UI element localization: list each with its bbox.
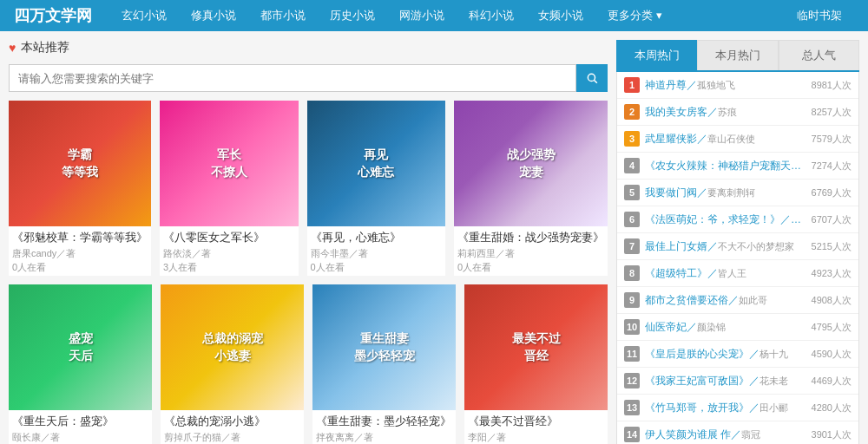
book-cover: 再见心难忘: [307, 101, 446, 226]
ranking-list: 1 神道丹尊／孤独地飞 8981人次 2 我的美女房客／苏痕 8257人次 3 …: [616, 72, 859, 444]
nav-xiuzhen[interactable]: 修真小说: [179, 0, 248, 31]
rank-count: 4923人次: [812, 267, 852, 280]
cover-text: 再见心难忘: [358, 147, 394, 180]
list-item[interactable]: 9 都市之贫僧要还俗／如此哥 4908人次: [617, 287, 858, 314]
book-grid-row2: 盛宠天后 《重生天后：盛宠》 颐长康／著 0人在看 总裁的溺宠小逃妻 《总裁的宠…: [9, 284, 608, 444]
rank-author: 颜染锦: [697, 322, 726, 332]
book-cover: 盛宠天后: [9, 284, 152, 410]
rank-title[interactable]: 我要做门阀／要离刺荆轲: [645, 186, 803, 200]
search-input[interactable]: [9, 64, 576, 92]
tab-weekly[interactable]: 本周热门: [616, 40, 697, 70]
list-item[interactable]: 10 仙医帝妃／颜染锦 4795人次: [617, 314, 858, 341]
book-title: 《再见，心难忘》: [311, 230, 443, 245]
nav-kehuan[interactable]: 科幻小说: [457, 0, 526, 31]
nav-xuanhuan[interactable]: 玄幻小说: [109, 0, 179, 31]
rank-count: 8257人次: [812, 106, 852, 119]
rank-title[interactable]: 《竹马郑哥，放开我》／田小郦: [645, 401, 803, 415]
rank-title[interactable]: 武星耀侠影／章山石侠使: [645, 132, 803, 147]
nav-more[interactable]: 更多分类 ▾: [595, 0, 674, 31]
svg-point-0: [588, 74, 595, 81]
list-item[interactable]: 2 我的美女房客／苏痕 8257人次: [617, 99, 858, 126]
book-author: 路依淡／著: [163, 247, 295, 260]
list-item[interactable]: 重生甜妻墨少轻轻宠 《重生甜妻：墨少轻轻宠》 拌夜离离／著 0人在看: [312, 284, 456, 444]
list-item[interactable]: 盛宠天后 《重生天后：盛宠》 颐长康／著 0人在看: [9, 284, 152, 444]
rank-author: 孤独地飞: [697, 80, 735, 90]
tab-monthly[interactable]: 本月热门: [697, 40, 778, 70]
rank-count: 6769人次: [812, 186, 852, 199]
nav-nvpin[interactable]: 女频小说: [526, 0, 595, 31]
book-info: 《重生甜妻：墨少轻轻宠》 拌夜离离／著 0人在看: [312, 410, 456, 444]
rank-number: 11: [624, 346, 640, 362]
list-item[interactable]: 再见心难忘 《再见，心难忘》 雨今非墨／著 0人在看: [307, 101, 446, 276]
list-item[interactable]: 5 我要做门阀／要离刺荆轲 6769人次: [617, 180, 858, 206]
book-readers: 0人在看: [12, 261, 148, 274]
rank-title[interactable]: 都市之贫僧要还俗／如此哥: [645, 293, 803, 308]
rank-count: 4280人次: [812, 402, 852, 415]
list-item[interactable]: 总裁的溺宠小逃妻 《总裁的宠溺小逃》 剪掉爪子的猫／著 0人在看: [161, 284, 304, 444]
list-item[interactable]: 13 《竹马郑哥，放开我》／田小郦 4280人次: [617, 395, 858, 421]
nav-dushi[interactable]: 都市小说: [248, 0, 318, 31]
book-title: 《邪魅校草：学霸等等我》: [12, 230, 148, 245]
book-author: 李阳／著: [468, 431, 604, 444]
nav-wangyou[interactable]: 网游小说: [387, 0, 457, 31]
rank-number: 8: [624, 265, 640, 281]
tab-total[interactable]: 总人气: [779, 40, 859, 70]
search-bar: [9, 64, 608, 92]
svg-line-1: [595, 81, 597, 83]
cover-text: 盛宠天后: [69, 330, 93, 364]
section-header: ♥ 本站推荐: [9, 40, 608, 56]
rank-author: 皆人王: [718, 268, 746, 278]
book-author: 颐长康／著: [12, 431, 148, 444]
rank-title[interactable]: 《农女火辣辣：神秘猎户宠翻天》／柔人美: [645, 159, 803, 173]
list-item[interactable]: 战少强势宠妻 《重生甜婚：战少强势宠妻》 莉莉西里／著 0人在看: [454, 101, 608, 276]
rank-title[interactable]: 《皇后是朕的心尖宠》／杨十九: [645, 347, 803, 362]
list-item[interactable]: 最美不过晋经 《最美不过晋经》 李阳／著 0人在看: [464, 284, 608, 444]
list-item[interactable]: 军长不撩人 《八零医女之军长》 路依淡／著 3人在看: [160, 101, 299, 276]
rank-title[interactable]: 《我家王妃富可敌国》／花未老: [645, 374, 803, 388]
rank-title[interactable]: 仙医帝妃／颜染锦: [645, 320, 803, 335]
rank-count: 6707人次: [812, 213, 852, 226]
rank-number: 12: [624, 373, 640, 388]
list-item[interactable]: 8 《超级特工》／皆人王 4923人次: [617, 260, 858, 287]
rank-author: 杨十九: [760, 349, 788, 359]
rank-title[interactable]: 《超级特工》／皆人王: [645, 266, 803, 281]
book-title: 《重生甜婚：战少强势宠妻》: [457, 230, 604, 245]
rank-number: 3: [624, 131, 640, 147]
site-title: 四万文学网: [14, 5, 92, 26]
list-item[interactable]: 3 武星耀侠影／章山石侠使 7579人次: [617, 126, 858, 153]
rank-count: 4908人次: [812, 294, 852, 307]
list-item[interactable]: 11 《皇后是朕的心尖宠》／杨十九 4590人次: [617, 341, 858, 368]
nav-shelf[interactable]: 临时书架: [785, 8, 854, 23]
rank-author: 半夏小荷: [791, 214, 803, 225]
rank-author: 要离刺荆轲: [707, 187, 755, 198]
book-info: 《重生天后：盛宠》 颐长康／著 0人在看: [9, 410, 152, 444]
list-item[interactable]: 4 《农女火辣辣：神秘猎户宠翻天》／柔人美 7274人次: [617, 153, 858, 180]
list-item[interactable]: 12 《我家王妃富可敌国》／花未老 4469人次: [617, 368, 858, 395]
list-item[interactable]: 1 神道丹尊／孤独地飞 8981人次: [617, 72, 858, 99]
rank-title[interactable]: 神道丹尊／孤独地飞: [645, 78, 803, 93]
search-button[interactable]: [576, 64, 608, 92]
header: 四万文学网 玄幻小说 修真小说 都市小说 历史小说 网游小说 科幻小说 女频小说…: [0, 0, 868, 31]
rank-count: 7579人次: [812, 133, 852, 146]
book-info: 《总裁的宠溺小逃》 剪掉爪子的猫／著 0人在看: [161, 410, 304, 444]
book-author: 拌夜离离／著: [316, 431, 452, 444]
list-item[interactable]: 14 伊人笑颜为谁展 作／翡冠 3901人次: [617, 421, 858, 444]
list-item[interactable]: 6 《法医萌妃：爷，求轻宠！》／半夏小荷 6707人次: [617, 206, 858, 233]
rank-number: 5: [624, 185, 640, 200]
rank-title[interactable]: 最佳上门女婿／不大不小的梦想家: [645, 239, 803, 254]
ranking-tabs: 本周热门 本月热门 总人气: [616, 40, 859, 72]
rank-number: 13: [624, 400, 640, 415]
rank-title[interactable]: 伊人笑颜为谁展 作／翡冠: [645, 428, 803, 442]
cover-text: 战少强势宠妻: [507, 147, 556, 180]
rank-number: 1: [624, 77, 640, 93]
rank-title[interactable]: 我的美女房客／苏痕: [645, 105, 803, 120]
rank-count: 4795人次: [812, 321, 852, 334]
list-item[interactable]: 学霸等等我 《邪魅校草：学霸等等我》 唐果candy／著 0人在看: [9, 101, 151, 276]
rank-title[interactable]: 《法医萌妃：爷，求轻宠！》／半夏小荷: [645, 212, 803, 227]
nav-lishi[interactable]: 历史小说: [318, 0, 387, 31]
list-item[interactable]: 7 最佳上门女婿／不大不小的梦想家 5215人次: [617, 233, 858, 260]
rank-number: 2: [624, 104, 640, 120]
cover-text: 重生甜妻墨少轻轻宠: [354, 330, 415, 364]
book-info: 《邪魅校草：学霸等等我》 唐果candy／著 0人在看: [9, 226, 151, 276]
book-readers: 0人在看: [311, 261, 443, 274]
